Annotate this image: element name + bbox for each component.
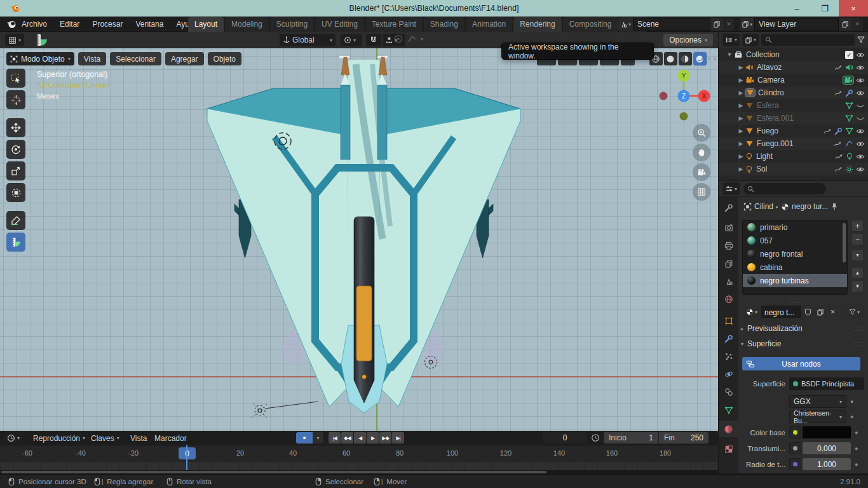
outliner-row-esfera001[interactable]: ▶ Esfera.001	[719, 112, 868, 125]
tab-object[interactable]	[719, 313, 738, 329]
shading-dropdown[interactable]: ▾	[708, 56, 710, 62]
next-keyframe-button[interactable]: ▶◆	[379, 432, 391, 444]
properties-search-input[interactable]	[743, 183, 826, 194]
eye-icon[interactable]	[856, 140, 865, 147]
base-color-swatch[interactable]	[803, 426, 851, 438]
menu-archivo[interactable]: Archivo	[22, 20, 47, 29]
remove-slot-button[interactable]: −	[851, 233, 864, 245]
slot-057[interactable]: 057	[743, 234, 847, 247]
menu-claves[interactable]: Claves▾	[91, 431, 119, 445]
shading-material-icon[interactable]	[679, 52, 692, 65]
tab-material[interactable]	[719, 421, 738, 437]
current-frame-field[interactable]: 0	[543, 432, 587, 444]
tab-sculpting[interactable]: Sculpting	[270, 17, 314, 32]
node-tree-dropdown[interactable]: ▾	[844, 306, 865, 318]
tab-uv-editing[interactable]: UV Editing	[315, 17, 364, 32]
menu-seleccionar[interactable]: Seleccionar	[110, 52, 161, 65]
pan-button[interactable]	[693, 144, 710, 161]
timeline-ruler[interactable]: -60 -40 -20 20 40 60 80 100 120 140 160 …	[0, 445, 718, 462]
shading-rendered-icon[interactable]	[693, 52, 707, 65]
tab-compositing[interactable]: Compositing	[563, 17, 618, 32]
unlink-material-icon[interactable]: ×	[827, 306, 839, 318]
move-slot-up-button[interactable]: ▲	[851, 267, 864, 279]
list-grip[interactable]: ::::	[742, 296, 848, 305]
mode-dropdown[interactable]: Modo Objeto▾	[6, 52, 74, 65]
menu-marcador[interactable]: Marcador	[154, 431, 187, 445]
translucency-slider[interactable]: 0.000	[803, 442, 851, 454]
auto-keyframe-dropdown[interactable]: ▾	[313, 432, 323, 444]
pin-icon[interactable]	[831, 203, 838, 211]
use-nodes-button[interactable]: Usar nodos	[742, 357, 860, 370]
tab-modifiers[interactable]	[719, 330, 738, 347]
tab-scene[interactable]	[719, 273, 738, 290]
scene-unlink-icon[interactable]: ×	[723, 18, 735, 30]
eye-closed-icon[interactable]	[856, 115, 865, 122]
outliner-search-input[interactable]	[761, 34, 855, 46]
eye-icon[interactable]	[856, 90, 865, 97]
slot-negro-turbinas[interactable]: negro turbinas	[743, 274, 847, 287]
slot-primario[interactable]: primario	[743, 220, 847, 234]
menu-ventana[interactable]: Ventana	[135, 20, 163, 29]
eye-icon[interactable]	[856, 128, 865, 135]
maximize-button[interactable]: ❐	[811, 0, 839, 17]
scene-copy-icon[interactable]	[710, 18, 723, 30]
timeline-editor-dropdown[interactable]: ▾	[4, 432, 23, 444]
breadcrumb-material[interactable]: negro tur...	[792, 202, 828, 211]
tab-texture[interactable]	[719, 441, 738, 458]
auto-keyframe-button[interactable]: ●	[296, 432, 313, 444]
outliner-row-camera[interactable]: ▶ Camera	[719, 74, 868, 86]
tab-texture-paint[interactable]: Texture Paint	[365, 17, 423, 32]
subsurface-method-dropdown[interactable]: Christensen-Bu...▾	[789, 410, 846, 423]
tab-constraints[interactable]	[719, 384, 738, 400]
view-layer-copy-icon[interactable]	[839, 18, 851, 30]
jump-to-end-button[interactable]: ▶|	[392, 432, 404, 444]
outliner-row-fuego[interactable]: ▶ Fuego	[719, 125, 868, 137]
tab-view-layer[interactable]	[719, 255, 738, 272]
zoom-button[interactable]	[693, 124, 710, 142]
tool-rotate[interactable]	[6, 140, 25, 159]
outliner-row-light[interactable]: ▶ Light	[719, 150, 868, 163]
close-button[interactable]: ×	[839, 0, 868, 17]
tool-select-box[interactable]	[6, 69, 25, 88]
move-slot-down-button[interactable]: ▼	[851, 280, 864, 292]
timeline-channels[interactable]	[0, 462, 718, 470]
color-socket[interactable]	[789, 426, 801, 438]
outliner-row-fuego001[interactable]: ▶ Fuego.001	[719, 137, 868, 150]
radius-slider[interactable]: 1.000	[803, 458, 851, 470]
tab-rendering[interactable]: Rendering	[513, 17, 561, 32]
transform-orientation-dropdown[interactable]: Global▾	[280, 34, 336, 46]
tab-modeling[interactable]: Modeling	[225, 17, 269, 32]
properties-editor-dropdown[interactable]: ▾	[722, 182, 740, 195]
options-dropdown[interactable]: Opciones▾	[663, 34, 713, 46]
new-material-copy-icon[interactable]	[814, 306, 827, 318]
eye-icon[interactable]	[856, 64, 865, 71]
prev-keyframe-button[interactable]: ◆◀	[341, 432, 353, 444]
view-layer-unlink-icon[interactable]: ×	[851, 18, 863, 30]
material-name-field[interactable]: negro t...	[761, 306, 801, 318]
jump-to-start-button[interactable]: |◀	[329, 432, 341, 444]
surface-shader-button[interactable]: BSDF Principista	[789, 377, 864, 390]
frame-end-field[interactable]: Fin250	[659, 432, 709, 444]
eye-icon[interactable]	[856, 77, 865, 84]
eye-closed-icon[interactable]	[856, 102, 865, 109]
blender-menu-logo-icon[interactable]	[6, 20, 17, 29]
camera-view-button[interactable]	[693, 163, 710, 181]
play-button[interactable]: ▶	[367, 432, 379, 444]
eye-icon[interactable]	[856, 51, 865, 58]
tab-object-data[interactable]	[719, 402, 738, 418]
tool-transform[interactable]	[6, 183, 25, 202]
add-slot-button[interactable]: +	[851, 220, 864, 232]
tab-render[interactable]	[719, 220, 738, 236]
breadcrumb-object[interactable]: Cilind	[754, 202, 773, 211]
tab-output[interactable]	[719, 238, 738, 254]
ortho-toggle-button[interactable]	[693, 183, 710, 201]
sidebar-collapse-arrow[interactable]: ‹	[714, 55, 716, 62]
eye-icon[interactable]	[856, 166, 865, 173]
value-socket[interactable]	[789, 442, 801, 454]
fake-user-shield-icon[interactable]	[801, 306, 814, 318]
menu-reproduccion[interactable]: Reproducción▾	[33, 431, 85, 445]
tab-tool[interactable]	[719, 200, 738, 216]
distribution-dropdown[interactable]: GGX▾	[789, 395, 846, 408]
timeline-scrollbar-thumb[interactable]	[1, 471, 546, 473]
scene-browse-icon[interactable]: ▾	[618, 18, 633, 30]
